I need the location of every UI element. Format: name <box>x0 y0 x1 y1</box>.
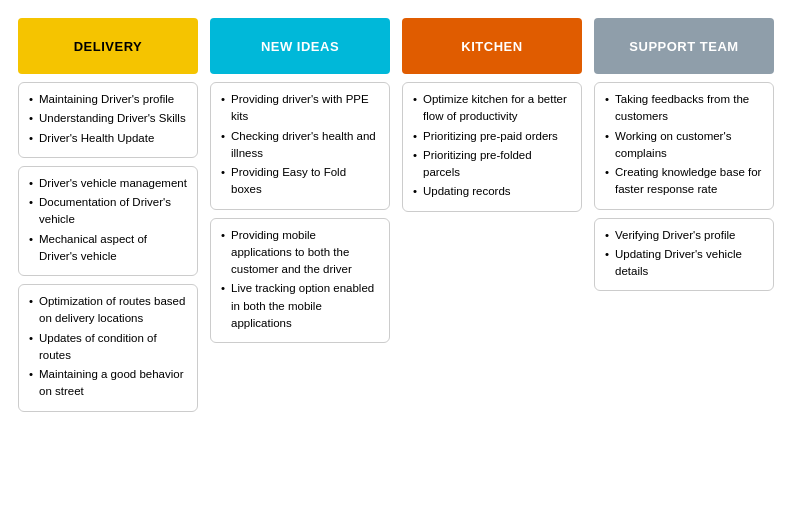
list-item: Prioritizing pre-paid orders <box>413 128 571 145</box>
list-item: Documentation of Driver's vehicle <box>29 194 187 229</box>
list-item: Understanding Driver's Skills <box>29 110 187 127</box>
list-item: Maintaining a good behavior on street <box>29 366 187 401</box>
list-item: Optimize kitchen for a better flow of pr… <box>413 91 571 126</box>
list-item: Updates of condition of routes <box>29 330 187 365</box>
column-header-support-team: SUPPORT TEAM <box>594 18 774 74</box>
card-delivery-1: Driver's vehicle managementDocumentation… <box>18 166 198 276</box>
list-item: Working on customer's complains <box>605 128 763 163</box>
column-new-ideas: NEW IDEASProviding driver's with PPE kit… <box>210 18 390 343</box>
column-delivery: DELIVERYMaintaining Driver's profileUnde… <box>18 18 198 412</box>
card-support-team-0: Taking feedbacks from the customersWorki… <box>594 82 774 210</box>
list-item: Maintaining Driver's profile <box>29 91 187 108</box>
list-item: Driver's vehicle management <box>29 175 187 192</box>
list-item: Updating Driver's vehicle details <box>605 246 763 281</box>
list-item: Driver's Health Update <box>29 130 187 147</box>
column-support-team: SUPPORT TEAMTaking feedbacks from the cu… <box>594 18 774 291</box>
column-header-kitchen: KITCHEN <box>402 18 582 74</box>
list-item: Taking feedbacks from the customers <box>605 91 763 126</box>
card-kitchen-0: Optimize kitchen for a better flow of pr… <box>402 82 582 212</box>
card-new-ideas-0: Providing driver's with PPE kitsChecking… <box>210 82 390 210</box>
card-delivery-2: Optimization of routes based on delivery… <box>18 284 198 412</box>
list-item: Providing mobile applications to both th… <box>221 227 379 279</box>
list-item: Live tracking option enabled in both the… <box>221 280 379 332</box>
kanban-board: DELIVERYMaintaining Driver's profileUnde… <box>10 10 790 420</box>
list-item: Prioritizing pre-folded parcels <box>413 147 571 182</box>
list-item: Verifying Driver's profile <box>605 227 763 244</box>
column-kitchen: KITCHENOptimize kitchen for a better flo… <box>402 18 582 212</box>
list-item: Optimization of routes based on delivery… <box>29 293 187 328</box>
list-item: Checking driver's health and illness <box>221 128 379 163</box>
list-item: Creating knowledge base for faster respo… <box>605 164 763 199</box>
list-item: Providing Easy to Fold boxes <box>221 164 379 199</box>
column-header-new-ideas: NEW IDEAS <box>210 18 390 74</box>
list-item: Updating records <box>413 183 571 200</box>
list-item: Providing driver's with PPE kits <box>221 91 379 126</box>
column-header-delivery: DELIVERY <box>18 18 198 74</box>
card-delivery-0: Maintaining Driver's profileUnderstandin… <box>18 82 198 158</box>
card-new-ideas-1: Providing mobile applications to both th… <box>210 218 390 344</box>
list-item: Mechanical aspect of Driver's vehicle <box>29 231 187 266</box>
card-support-team-1: Verifying Driver's profileUpdating Drive… <box>594 218 774 292</box>
